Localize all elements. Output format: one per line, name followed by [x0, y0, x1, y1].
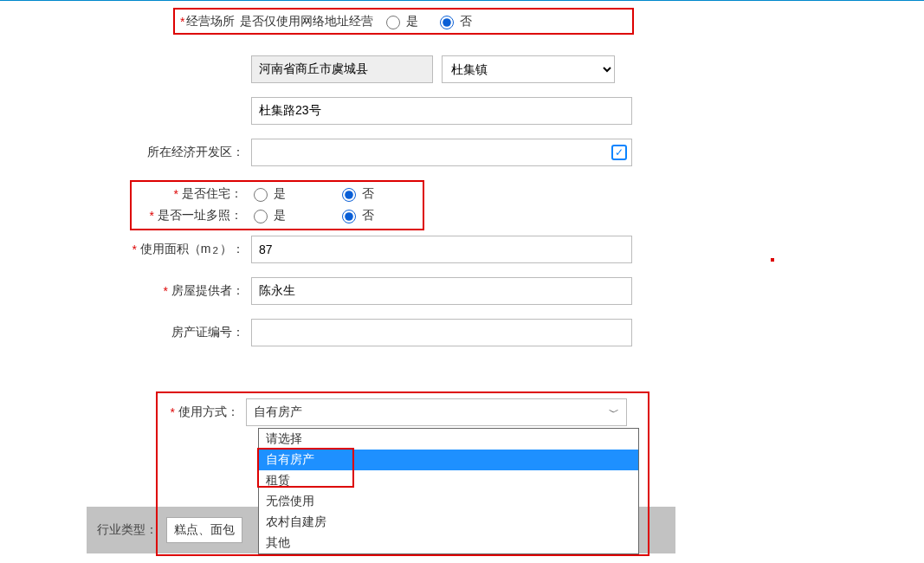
address-input[interactable]: [251, 97, 632, 125]
online-only-question: 是否仅使用网络地址经营: [240, 14, 373, 29]
picker-icon[interactable]: ✓: [611, 145, 627, 160]
online-only-yes-radio[interactable]: [386, 16, 400, 29]
yes-label: 是: [406, 14, 418, 29]
area-input[interactable]: [251, 236, 632, 263]
use-mode-group: * 使用方式： 自有房产 ﹀ 请选择 自有房产 租赁 无偿使用 农村自建房 其他: [156, 392, 649, 556]
use-mode-option[interactable]: 请选择: [259, 429, 638, 450]
use-mode-option[interactable]: 农村自建房: [259, 512, 638, 533]
use-mode-select[interactable]: 自有房产 ﹀: [246, 398, 627, 426]
provider-input[interactable]: [251, 277, 632, 305]
residential-multilic-group: **是否住宅： 是否住宅： 是 否 *是否一址多照：: [130, 180, 424, 230]
no-label: 否: [460, 14, 472, 29]
multilic-no[interactable]: 否: [338, 207, 374, 223]
online-only-yes[interactable]: 是: [382, 13, 418, 29]
industry-type-label: 行业类型：: [97, 522, 158, 538]
use-mode-option-selected[interactable]: 自有房产: [259, 450, 638, 470]
residential-no[interactable]: 否: [338, 185, 374, 202]
business-location-label: 经营场所: [186, 14, 235, 29]
provider-label: * 房屋提供者：: [0, 283, 251, 299]
online-only-no[interactable]: 否: [436, 13, 472, 29]
online-only-no-radio[interactable]: [440, 16, 454, 29]
chevron-down-icon: ﹀: [609, 405, 619, 420]
zone-label: 所在经济开发区：: [0, 145, 251, 160]
certno-input[interactable]: [251, 319, 632, 346]
multilic-yes-radio[interactable]: [254, 210, 268, 223]
use-mode-selected: 自有房产: [254, 404, 302, 420]
use-mode-dropdown[interactable]: 请选择 自有房产 租赁 无偿使用 农村自建房 其他: [258, 428, 639, 554]
use-mode-option[interactable]: 其他: [259, 533, 638, 553]
use-mode-option[interactable]: 租赁: [259, 470, 638, 491]
town-select[interactable]: 杜集镇: [442, 55, 615, 83]
multilic-label: *是否一址多照：: [137, 208, 249, 223]
multilic-no-radio[interactable]: [342, 210, 356, 223]
residential-label: **是否住宅： 是否住宅：: [137, 186, 249, 202]
zone-input[interactable]: [251, 139, 632, 166]
red-dot: [771, 258, 774, 262]
certno-label: 房产证编号：: [0, 325, 251, 340]
top-divider: [0, 0, 924, 1]
business-location-row: * 经营场所 是否仅使用网络地址经营 是 否: [173, 8, 634, 35]
multilic-yes[interactable]: 是: [249, 207, 286, 223]
area-label: * 使用面积（m2）：: [0, 242, 251, 257]
region-input: [251, 55, 433, 83]
required-asterisk: *: [180, 15, 184, 29]
residential-yes[interactable]: 是: [249, 185, 286, 202]
residential-yes-radio[interactable]: [254, 188, 268, 202]
residential-no-radio[interactable]: [342, 188, 356, 202]
use-mode-label: * 使用方式：: [163, 404, 246, 420]
use-mode-option[interactable]: 无偿使用: [259, 491, 638, 512]
